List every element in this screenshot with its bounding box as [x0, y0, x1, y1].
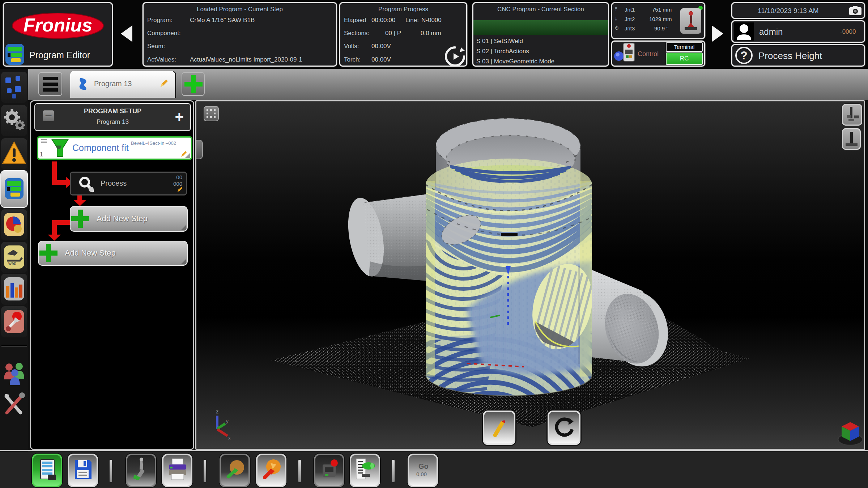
svg-text:y: y: [226, 418, 229, 424]
svg-text:Fronius: Fronius: [24, 14, 93, 35]
svg-text:Program Editor: Program Editor: [29, 50, 90, 60]
svg-text:Go: Go: [418, 462, 429, 470]
svg-text:web: web: [8, 261, 16, 266]
svg-text:z: z: [216, 408, 219, 415]
svg-text:0.00: 0.00: [416, 471, 427, 477]
svg-text:?: ?: [740, 49, 748, 62]
svg-text:x: x: [228, 435, 231, 440]
